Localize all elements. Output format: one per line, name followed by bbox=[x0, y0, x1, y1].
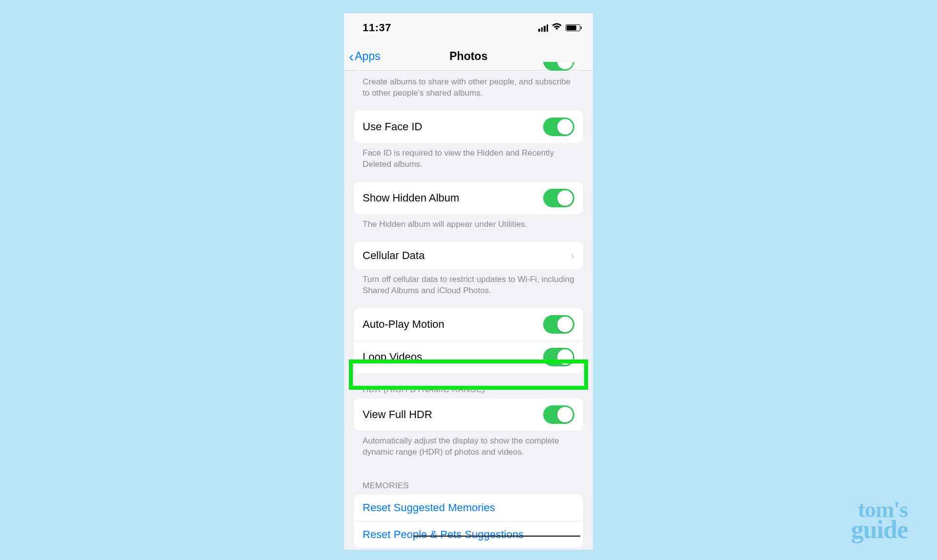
hidden-album-row[interactable]: Show Hidden Album bbox=[354, 182, 583, 214]
status-bar: 11:37 bbox=[344, 13, 593, 42]
cellular-data-description: Turn off cellular data to restrict updat… bbox=[344, 269, 593, 308]
hdr-toggle[interactable] bbox=[543, 405, 574, 424]
reset-memories-row[interactable]: Reset Suggested Memories bbox=[354, 495, 583, 521]
cellular-data-label: Cellular Data bbox=[363, 249, 425, 262]
autoplay-toggle[interactable] bbox=[543, 315, 574, 334]
memories-section-header: MEMORIES bbox=[344, 469, 593, 495]
settings-list[interactable]: Create albums to share with other people… bbox=[344, 62, 593, 548]
hdr-row[interactable]: View Full HDR bbox=[354, 399, 583, 431]
status-time: 11:37 bbox=[363, 21, 391, 34]
loop-videos-row[interactable]: Loop Videos bbox=[354, 340, 583, 373]
autoplay-label: Auto-Play Motion bbox=[363, 318, 445, 331]
hidden-album-description: The Hidden album will appear under Utili… bbox=[344, 214, 593, 242]
shared-albums-description: Create albums to share with other people… bbox=[344, 72, 593, 111]
loop-videos-toggle[interactable] bbox=[543, 348, 574, 366]
cellular-data-row[interactable]: Cellular Data › bbox=[354, 242, 583, 269]
battery-icon bbox=[566, 24, 580, 31]
hidden-album-toggle[interactable] bbox=[543, 189, 574, 207]
cellular-signal-icon bbox=[538, 24, 548, 32]
hidden-album-label: Show Hidden Album bbox=[363, 192, 459, 204]
chevron-left-icon: ‹ bbox=[349, 49, 354, 64]
watermark-line2: guide bbox=[851, 519, 908, 540]
chevron-right-icon: › bbox=[570, 249, 574, 262]
reset-people-label: Reset People & Pets Suggestions bbox=[363, 528, 524, 541]
back-button[interactable]: ‹ Apps bbox=[349, 49, 380, 64]
hdr-label: View Full HDR bbox=[363, 408, 432, 421]
face-id-toggle[interactable] bbox=[543, 118, 574, 136]
face-id-row[interactable]: Use Face ID bbox=[354, 111, 583, 143]
page-title: Photos bbox=[449, 50, 488, 63]
reset-people-row[interactable]: Reset People & Pets Suggestions bbox=[354, 521, 583, 548]
hdr-section-header: HDR (HIGH DYNAMIC RANGE) bbox=[344, 373, 593, 399]
hdr-description: Automatically adjust the display to show… bbox=[344, 431, 593, 470]
reset-memories-label: Reset Suggested Memories bbox=[363, 501, 495, 514]
face-id-description: Face ID is required to view the Hidden a… bbox=[344, 143, 593, 182]
back-label: Apps bbox=[355, 50, 380, 63]
watermark: tom's guide bbox=[851, 500, 908, 540]
wifi-icon bbox=[551, 23, 562, 33]
phone-frame: 11:37 ‹ Apps Photos Create albums to sha… bbox=[344, 13, 593, 550]
autoplay-row[interactable]: Auto-Play Motion bbox=[354, 308, 583, 340]
loop-videos-label: Loop Videos bbox=[363, 351, 422, 363]
face-id-label: Use Face ID bbox=[363, 120, 422, 133]
status-icons bbox=[538, 23, 580, 33]
